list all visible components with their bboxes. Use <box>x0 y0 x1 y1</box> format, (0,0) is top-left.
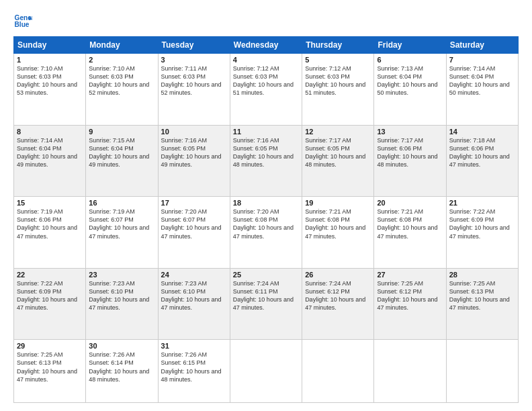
cell-details: Sunrise: 7:25 AMSunset: 6:13 PMDaylight:… <box>449 279 515 312</box>
day-number: 11 <box>233 128 299 136</box>
calendar-cell <box>302 340 374 403</box>
cell-details: Sunrise: 7:26 AMSunset: 6:14 PMDaylight:… <box>89 351 154 383</box>
calendar-cell: 6Sunrise: 7:13 AMSunset: 6:04 PMDaylight… <box>374 54 446 126</box>
day-number: 12 <box>305 128 371 136</box>
cell-details: Sunrise: 7:20 AMSunset: 6:07 PMDaylight:… <box>161 208 227 240</box>
calendar-body: 1Sunrise: 7:10 AMSunset: 6:03 PMDaylight… <box>14 54 519 403</box>
day-number: 16 <box>89 199 154 207</box>
cell-details: Sunrise: 7:23 AMSunset: 6:10 PMDaylight:… <box>161 279 227 312</box>
calendar-week-2: 8Sunrise: 7:14 AMSunset: 6:04 PMDaylight… <box>14 125 519 197</box>
day-number: 20 <box>377 199 443 207</box>
cell-details: Sunrise: 7:12 AMSunset: 6:03 PMDaylight:… <box>233 64 299 97</box>
day-number: 30 <box>89 342 154 350</box>
cell-details: Sunrise: 7:14 AMSunset: 6:04 PMDaylight:… <box>17 136 83 169</box>
cell-details: Sunrise: 7:22 AMSunset: 6:09 PMDaylight:… <box>449 208 515 240</box>
calendar-cell: 8Sunrise: 7:14 AMSunset: 6:04 PMDaylight… <box>14 125 86 197</box>
cell-details: Sunrise: 7:16 AMSunset: 6:05 PMDaylight:… <box>161 136 227 169</box>
calendar-cell: 3Sunrise: 7:11 AMSunset: 6:03 PMDaylight… <box>158 54 230 126</box>
day-number: 4 <box>233 56 299 64</box>
calendar-cell: 15Sunrise: 7:19 AMSunset: 6:06 PMDayligh… <box>14 197 86 269</box>
calendar-cell: 11Sunrise: 7:16 AMSunset: 6:05 PMDayligh… <box>230 125 302 197</box>
day-number: 14 <box>449 128 515 136</box>
cell-details: Sunrise: 7:14 AMSunset: 6:04 PMDaylight:… <box>449 64 515 97</box>
day-number: 7 <box>449 56 515 64</box>
weekday-header-thursday: Thursday <box>302 37 374 54</box>
calendar-cell: 13Sunrise: 7:17 AMSunset: 6:06 PMDayligh… <box>374 125 446 197</box>
day-number: 10 <box>161 128 227 136</box>
day-number: 19 <box>305 199 371 207</box>
cell-details: Sunrise: 7:25 AMSunset: 6:12 PMDaylight:… <box>377 279 443 312</box>
cell-details: Sunrise: 7:11 AMSunset: 6:03 PMDaylight:… <box>161 64 227 97</box>
calendar-header-row: SundayMondayTuesdayWednesdayThursdayFrid… <box>14 37 519 54</box>
calendar-cell: 26Sunrise: 7:24 AMSunset: 6:12 PMDayligh… <box>302 268 374 340</box>
day-number: 22 <box>17 271 83 279</box>
calendar-cell: 16Sunrise: 7:19 AMSunset: 6:07 PMDayligh… <box>86 197 158 269</box>
weekday-header-friday: Friday <box>374 37 446 54</box>
calendar-cell: 25Sunrise: 7:24 AMSunset: 6:11 PMDayligh… <box>230 268 302 340</box>
calendar-cell: 10Sunrise: 7:16 AMSunset: 6:05 PMDayligh… <box>158 125 230 197</box>
calendar-cell: 24Sunrise: 7:23 AMSunset: 6:10 PMDayligh… <box>158 268 230 340</box>
day-number: 8 <box>17 128 83 136</box>
day-number: 2 <box>89 56 154 64</box>
calendar-cell: 23Sunrise: 7:23 AMSunset: 6:10 PMDayligh… <box>86 268 158 340</box>
calendar-cell: 31Sunrise: 7:26 AMSunset: 6:15 PMDayligh… <box>158 340 230 403</box>
day-number: 3 <box>161 56 227 64</box>
cell-details: Sunrise: 7:26 AMSunset: 6:15 PMDaylight:… <box>161 351 227 383</box>
cell-details: Sunrise: 7:13 AMSunset: 6:04 PMDaylight:… <box>377 64 443 97</box>
calendar-cell: 9Sunrise: 7:15 AMSunset: 6:04 PMDaylight… <box>86 125 158 197</box>
cell-details: Sunrise: 7:19 AMSunset: 6:07 PMDaylight:… <box>89 208 154 240</box>
weekday-header-monday: Monday <box>86 37 158 54</box>
cell-details: Sunrise: 7:23 AMSunset: 6:10 PMDaylight:… <box>89 279 154 312</box>
day-number: 26 <box>305 271 371 279</box>
cell-details: Sunrise: 7:19 AMSunset: 6:06 PMDaylight:… <box>17 208 83 240</box>
calendar-cell: 28Sunrise: 7:25 AMSunset: 6:13 PMDayligh… <box>446 268 518 340</box>
weekday-header-tuesday: Tuesday <box>158 37 230 54</box>
cell-details: Sunrise: 7:16 AMSunset: 6:05 PMDaylight:… <box>233 136 299 169</box>
calendar-cell: 21Sunrise: 7:22 AMSunset: 6:09 PMDayligh… <box>446 197 518 269</box>
calendar-week-1: 1Sunrise: 7:10 AMSunset: 6:03 PMDaylight… <box>14 54 519 126</box>
calendar-cell: 19Sunrise: 7:21 AMSunset: 6:08 PMDayligh… <box>302 197 374 269</box>
day-number: 25 <box>233 271 299 279</box>
weekday-header-wednesday: Wednesday <box>230 37 302 54</box>
calendar-week-3: 15Sunrise: 7:19 AMSunset: 6:06 PMDayligh… <box>14 197 519 269</box>
weekday-header-saturday: Saturday <box>446 37 518 54</box>
day-number: 6 <box>377 56 443 64</box>
day-number: 5 <box>305 56 371 64</box>
calendar-cell: 14Sunrise: 7:18 AMSunset: 6:06 PMDayligh… <box>446 125 518 197</box>
calendar-cell: 29Sunrise: 7:25 AMSunset: 6:13 PMDayligh… <box>14 340 86 403</box>
calendar-cell: 2Sunrise: 7:10 AMSunset: 6:03 PMDaylight… <box>86 54 158 126</box>
calendar-cell: 20Sunrise: 7:21 AMSunset: 6:08 PMDayligh… <box>374 197 446 269</box>
calendar-cell: 17Sunrise: 7:20 AMSunset: 6:07 PMDayligh… <box>158 197 230 269</box>
day-number: 24 <box>161 271 227 279</box>
day-number: 23 <box>89 271 154 279</box>
calendar-cell: 7Sunrise: 7:14 AMSunset: 6:04 PMDaylight… <box>446 54 518 126</box>
cell-details: Sunrise: 7:21 AMSunset: 6:08 PMDaylight:… <box>305 208 371 240</box>
day-number: 27 <box>377 271 443 279</box>
day-number: 21 <box>449 199 515 207</box>
logo: General Blue <box>13 12 35 31</box>
calendar-cell <box>374 340 446 403</box>
calendar-cell: 1Sunrise: 7:10 AMSunset: 6:03 PMDaylight… <box>14 54 86 126</box>
calendar-cell <box>446 340 518 403</box>
cell-details: Sunrise: 7:24 AMSunset: 6:12 PMDaylight:… <box>305 279 371 312</box>
cell-details: Sunrise: 7:15 AMSunset: 6:04 PMDaylight:… <box>89 136 154 169</box>
calendar-table: SundayMondayTuesdayWednesdayThursdayFrid… <box>13 36 519 403</box>
day-number: 15 <box>17 199 83 207</box>
day-number: 29 <box>17 342 83 350</box>
cell-details: Sunrise: 7:20 AMSunset: 6:08 PMDaylight:… <box>233 208 299 240</box>
cell-details: Sunrise: 7:24 AMSunset: 6:11 PMDaylight:… <box>233 279 299 312</box>
day-number: 18 <box>233 199 299 207</box>
calendar-cell: 30Sunrise: 7:26 AMSunset: 6:14 PMDayligh… <box>86 340 158 403</box>
calendar-cell: 5Sunrise: 7:12 AMSunset: 6:03 PMDaylight… <box>302 54 374 126</box>
calendar-cell: 18Sunrise: 7:20 AMSunset: 6:08 PMDayligh… <box>230 197 302 269</box>
cell-details: Sunrise: 7:18 AMSunset: 6:06 PMDaylight:… <box>449 136 515 169</box>
calendar-cell: 22Sunrise: 7:22 AMSunset: 6:09 PMDayligh… <box>14 268 86 340</box>
cell-details: Sunrise: 7:10 AMSunset: 6:03 PMDaylight:… <box>17 64 83 97</box>
weekday-header-sunday: Sunday <box>14 37 86 54</box>
logo-icon: General Blue <box>13 12 32 31</box>
day-number: 17 <box>161 199 227 207</box>
day-number: 13 <box>377 128 443 136</box>
svg-text:Blue: Blue <box>15 21 30 28</box>
cell-details: Sunrise: 7:17 AMSunset: 6:05 PMDaylight:… <box>305 136 371 169</box>
cell-details: Sunrise: 7:10 AMSunset: 6:03 PMDaylight:… <box>89 64 154 97</box>
